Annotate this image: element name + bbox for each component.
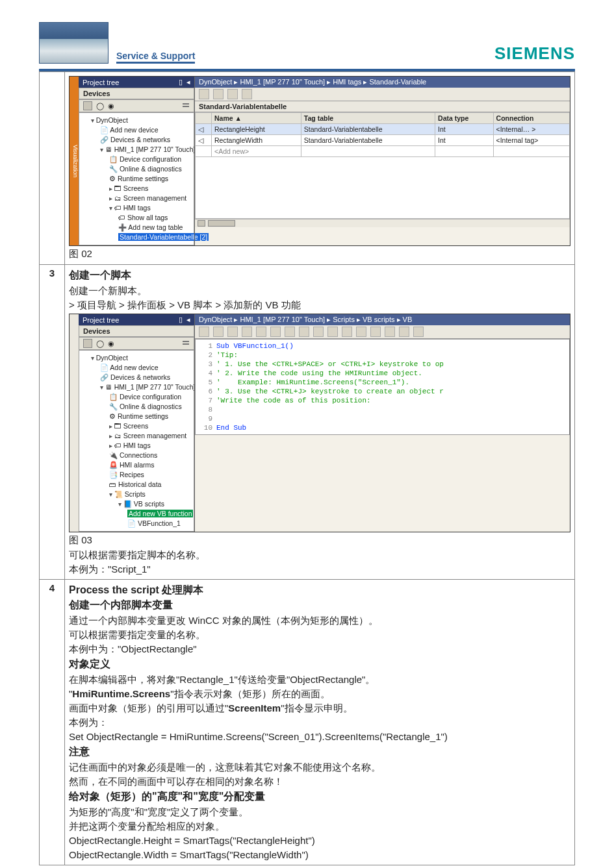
tree-add-device[interactable]: 📄 Add new device (100, 125, 191, 135)
code-editor[interactable]: 1Sub VBFunction_1() 2'Tip: 3' 1. Use the… (195, 339, 570, 435)
tree-runtime[interactable]: ⚙ Runtime settings (109, 412, 191, 421)
sec4-p13: ObjectRectangle.Height = SmartTags("Rect… (69, 834, 570, 848)
tool-icon[interactable] (199, 327, 209, 337)
tree-screens[interactable]: 🗔 Screens (109, 184, 191, 193)
tag-row[interactable]: ◁ RectangleWidth Standard-Variablentabel… (196, 135, 570, 146)
scrollbar[interactable] (195, 219, 570, 227)
tag-row-addnew[interactable]: <Add new> (196, 146, 570, 157)
tree-online-diag[interactable]: 🔧 Online & diagnostics (109, 402, 191, 412)
tree-add-tag-table[interactable]: ➕ Add new tag table (118, 223, 191, 232)
service-support-label: Service & Support (116, 51, 195, 64)
siemens-wordmark: SIEMENS (494, 43, 575, 64)
tree-online-diag[interactable]: 🔧 Online & diagnostics (109, 164, 191, 174)
tree-devices-networks[interactable]: 🔗 Devices & networks (100, 373, 191, 382)
breadcrumb: DynObject ▸ HMI_1 [MP 277 10" Touch] ▸ S… (195, 314, 570, 325)
main-table: Visualization Project tree ▯◂ Devices ◯ … (39, 71, 575, 865)
tree-add-device[interactable]: 📄 Add new device (100, 363, 191, 373)
tree-device-config[interactable]: 📋 Device configuration (109, 392, 191, 402)
tool-icon[interactable] (399, 327, 409, 337)
project-tree[interactable]: DynObject 📄 Add new device 🔗 Devices & n… (79, 350, 194, 532)
col-datatype[interactable]: Data type (435, 113, 494, 124)
project-tree[interactable]: DynObject 📄 Add new device 🔗 Devices & n… (79, 112, 194, 245)
tree-runtime[interactable]: ⚙ Runtime settings (109, 174, 191, 184)
tree-screen-mgmt[interactable]: 🗂 Screen management (109, 431, 191, 441)
tree-show-all-tags[interactable]: 🏷 Show all tags (118, 213, 191, 223)
collapse-icon[interactable]: ◂ (186, 316, 190, 324)
pin-icon[interactable]: ▯ (179, 316, 183, 324)
grid-icon[interactable] (83, 339, 92, 348)
tree-connections[interactable]: 🔌 Connections (109, 451, 191, 460)
devices-header: Devices (79, 325, 194, 337)
tree-screen-mgmt[interactable]: 🗂 Screen management (109, 193, 191, 203)
brand-logo (39, 22, 109, 64)
tool-icon[interactable] (213, 89, 224, 99)
step-3-content: 创建一个脚本 创建一个新脚本。 > 项目导航 > 操作面板 > VB 脚本 > … (65, 265, 575, 580)
tree-screens[interactable]: 🗔 Screens (109, 421, 191, 431)
tool-icon[interactable] (242, 327, 252, 337)
tree-add-vb-function[interactable]: Add new VB function (127, 509, 191, 519)
tool-icon[interactable] (356, 327, 366, 337)
sec4-h3: 注意 (69, 745, 570, 759)
tree-hmi-tags[interactable]: 🏷 HMI tags (109, 441, 191, 451)
fig03-after1: 可以根据需要指定脚本的名称。 (69, 548, 570, 562)
col-tagtable[interactable]: Tag table (301, 113, 435, 124)
tree-devices-networks[interactable]: 🔗 Devices & networks (100, 135, 191, 145)
tool-icon[interactable] (385, 327, 395, 337)
svg-rect-3 (183, 343, 189, 345)
tool-icon[interactable] (242, 89, 252, 99)
step-number-3: 3 (40, 265, 65, 580)
sec4-p12: 并把这两个变量分配给相应的对象。 (69, 819, 570, 834)
sec4-p6: 画面中对象（矩形）的引用可以通过"ScreenItem"指令显示申明。 (69, 701, 570, 715)
tree-vbfunction-1[interactable]: 📄 VBFunction_1 (127, 519, 191, 528)
col-name[interactable]: Name ▲ (212, 113, 301, 124)
tool-icon[interactable] (299, 327, 309, 337)
tool-icon[interactable] (327, 327, 338, 337)
tree-std-var-table[interactable]: Standard-Variablentabelle [2] (118, 232, 191, 242)
circle-dot-icon[interactable]: ◉ (108, 340, 114, 348)
sec4-p14: ObjectRectangle.Width = SmartTags("Recta… (69, 848, 570, 862)
pin-icon[interactable]: ▯ (179, 78, 183, 86)
circle-icon[interactable]: ◯ (96, 102, 104, 110)
tag-table-title: Standard-Variablentabelle (195, 101, 570, 112)
collapse-icon[interactable]: ◂ (186, 78, 190, 86)
tree-scripts[interactable]: 📜 Scripts 📘 VB scripts Add new VB functi… (109, 490, 191, 528)
tree-hmi-alarms[interactable]: 🚨 HMI alarms (109, 460, 191, 470)
tool-icon[interactable] (285, 327, 295, 337)
tool-icon[interactable] (227, 89, 238, 99)
list-icon[interactable] (182, 340, 190, 347)
project-tree-titlebar: Project tree ▯◂ (79, 314, 194, 325)
tree-vb-scripts[interactable]: 📘 VB scripts Add new VB function 📄 VBFun… (118, 499, 191, 528)
tool-icon[interactable] (270, 327, 281, 337)
scroll-left-icon (198, 220, 205, 227)
project-tree-titlebar: Project tree ▯◂ (79, 77, 194, 88)
tree-device-config[interactable]: 📋 Device configuration (109, 155, 191, 164)
tool-icon[interactable] (413, 327, 424, 337)
circle-dot-icon[interactable]: ◉ (108, 102, 114, 110)
tree-hmi-tags[interactable]: 🏷 HMI tags 🏷 Show all tags ➕ Add new tag… (109, 203, 191, 242)
sec4-p8: Set ObjectRectangle = HmiRuntime.Screens… (69, 730, 570, 744)
sec4-p1: 通过一个内部脚本变量更改 WinCC 对象的属性（本例为矩形的属性）。 (69, 614, 570, 628)
tool-icon[interactable] (199, 89, 209, 99)
list-icon[interactable] (182, 102, 190, 110)
tree-hmi[interactable]: 🖥 HMI_1 [MP 277 10" Touch] 📋 Device conf… (100, 382, 191, 528)
tag-table[interactable]: Name ▲ Tag table Data type Connection ◁ … (195, 112, 570, 219)
tree-historical-data[interactable]: 🗃 Historical data (109, 480, 191, 490)
tree-recipes[interactable]: 📑 Recipes (109, 470, 191, 480)
col-connection[interactable]: Connection (493, 113, 569, 124)
tool-icon[interactable] (342, 327, 352, 337)
svg-rect-1 (183, 106, 189, 107)
tool-icon[interactable] (256, 327, 266, 337)
tree-hmi[interactable]: 🖥 HMI_1 [MP 277 10" Touch] 📋 Device conf… (100, 145, 191, 242)
sec4-h2: 对象定义 (69, 658, 570, 671)
tool-icon[interactable] (370, 327, 381, 337)
tool-icon[interactable] (313, 327, 324, 337)
tool-icon[interactable] (213, 327, 224, 337)
svg-rect-2 (183, 341, 189, 342)
breadcrumb: DynObject ▸ HMI_1 [MP 277 10" Touch] ▸ H… (195, 77, 570, 88)
tree-root[interactable]: DynObject 📄 Add new device 🔗 Devices & n… (91, 353, 191, 528)
tag-row[interactable]: ◁ RectangleHeight Standard-Variablentabe… (196, 124, 570, 135)
grid-icon[interactable] (83, 101, 92, 110)
sec4-h1: 创建一个内部脚本变量 (69, 599, 570, 612)
tool-icon[interactable] (227, 327, 238, 337)
circle-icon[interactable]: ◯ (96, 340, 104, 348)
